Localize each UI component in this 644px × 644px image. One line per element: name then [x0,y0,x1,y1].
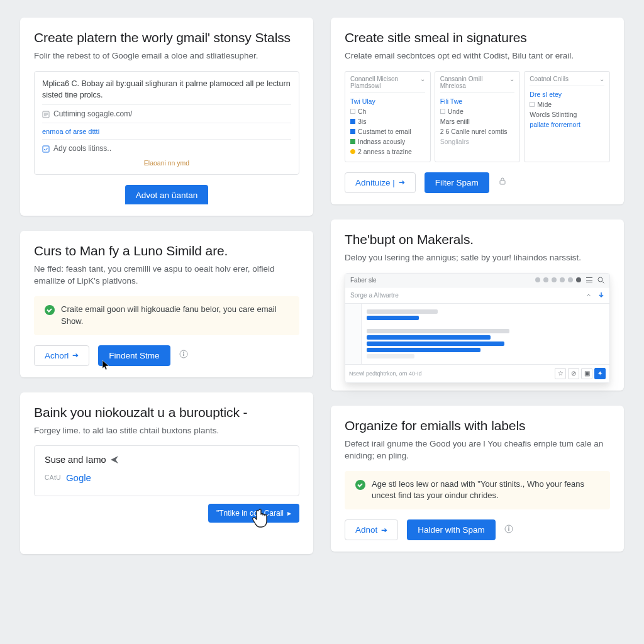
col-subhead: Dre sI etey [530,89,604,99]
col-item: Unde [448,108,464,115]
snippet-top-text: Mplica6 C. Bobay ail by:guail slighuran … [42,78,291,101]
col-item: Worcls Stlintting [530,111,577,118]
check-circle-icon [45,305,55,315]
card-title: Create sitle smeal in signatures [345,30,610,45]
chevron-down-icon: ⌄ [509,75,514,89]
chevron-up-icon[interactable] [586,292,592,298]
check-circle-icon [355,480,365,490]
col-subhead: Twi Ulay [350,96,425,106]
button-label: Adnot [355,525,377,535]
card-description: Ne ffed: feash tant, you cremilli ve asp… [34,264,299,287]
button-label: Achorl [45,351,69,360]
send-icon [110,455,119,464]
star-icon[interactable]: ☆ [555,368,566,379]
info-text: Age stl leos lew or naad with "Your stin… [372,479,601,502]
halder-spam-button[interactable]: Halder with Spam [407,519,496,540]
download-icon[interactable] [598,292,604,298]
adnituize-button[interactable]: Adnituize | ➔ [345,172,416,193]
card-description: Forgey lime. to ald lao stitle chtail bu… [34,425,299,437]
button-label: Advot an üantan [136,191,197,200]
columns-preview: Conanell Micison Plamdsowl⌄ Twi Ulay Ch … [345,71,610,162]
svg-rect-9 [508,528,509,531]
play-icon: ▸ [287,509,291,518]
snippet-link-blur: enmoa of arse dttti [42,127,99,137]
inbox-footer: Nsewl pedtqhtrkon, orn 40-Id ☆ ⊘ ▣ ✦ [345,364,609,382]
footer-status: Nsewl pedtqhtrkon, orn 40-Id [349,370,422,377]
card-title: Create platern the worly gmail' stonsy S… [34,30,299,45]
page-icon [42,111,50,118]
adnot-button[interactable]: Adnot ➔ [345,519,398,540]
svg-rect-4 [183,353,184,356]
info-icon[interactable] [504,525,513,536]
column-1[interactable]: Conanell Micison Plamdsowl⌄ Twi Ulay Ch … [345,71,431,162]
card-organize-labels: Organize for emialls with labels Defect … [331,406,624,552]
card-signatures: Create sitle smeal in signatures Crelate… [331,18,624,204]
inbox-search[interactable]: Sorge a Altwartre [345,287,609,304]
search-icon[interactable] [597,277,604,284]
info-callout: Age stl leos lew or naad with "Your stin… [345,471,610,510]
col-item: Indnass acously [358,138,405,145]
svg-point-8 [508,526,509,528]
card-title: Baink you niokouzalt u a burouptick - [34,405,299,420]
check-square-icon [42,145,50,153]
trash-icon[interactable]: ▣ [581,368,592,379]
button-label: Filter Spam [435,178,479,187]
findent-stme-button[interactable]: Findent Stme [98,345,170,366]
snippet-row-text: Ady cools litinss.. [53,143,111,154]
snippet-row-text: Cuttiming sogagle.com/ [53,109,132,119]
snippet-row[interactable]: Ady cools litinss.. [42,139,291,154]
tntike-button[interactable]: "Tntike in con Carail ▸ [208,504,299,523]
button-label: Findent Stme [109,351,159,360]
button-label: Adnituize | [355,178,395,187]
filter-spam-button[interactable]: Filter Spam [425,172,489,193]
col-item: pallate frorrernort [530,121,580,128]
col-item: Ch [358,108,366,115]
snippet-footer-link[interactable]: Elaoani nn ymd [42,158,291,168]
col-subhead: Fili Twe [440,96,515,106]
arrow-right-icon: ➔ [399,178,405,187]
col-item: Mide [537,101,552,108]
column-2[interactable]: Cansanin Omill Mhreiosa⌄ Fili Twe Unde M… [435,71,521,162]
svg-rect-5 [500,180,505,184]
card-title: The'bupt on Makerals. [345,232,610,247]
info-icon[interactable] [179,350,188,361]
card-description: Deloy you lsering the annigus; satle by … [345,252,610,264]
snippet-row: enmoa of arse dttti [42,123,291,137]
snippet-row[interactable]: Cuttiming sogagle.com/ [42,104,291,119]
from-label: CAtU [45,474,61,481]
card-description: Folir the rebest to of Google email a ol… [34,50,299,62]
col-header: Coatnol Cniils [530,75,569,82]
advot-button[interactable]: Advot an üantan [125,185,208,204]
expand-icon[interactable]: ✦ [594,368,606,379]
col-item: 3is [358,118,366,125]
chevron-down-icon: ⌄ [599,75,604,82]
svg-rect-1 [43,146,49,152]
button-label: Halder with Spam [418,525,485,535]
card-title: Organize for emialls with labels [345,418,610,433]
col-item: Songlialrs [440,138,469,145]
compose-from: CAtU Gogle [45,472,289,483]
card-makerals: The'bupt on Makerals. Deloy you lsering … [331,219,624,391]
search-placeholder: Sorge a Altwartre [350,292,399,299]
arrow-right-icon: ➔ [72,351,79,360]
menu-icon[interactable] [586,277,592,282]
info-text: Craite email goon will higkouadie fanu b… [61,304,291,328]
card-curs-man: Curs to Man fy a Luno Simild are. Ne ffe… [20,231,313,377]
info-callout: Craite email goon will higkouadie fanu b… [34,296,299,335]
column-3[interactable]: Coatnol Cniils⌄ Dre sI etey Mide Worcls … [524,71,610,162]
col-header: Conanell Micison Plamdsowl [350,75,420,89]
inbox-tab[interactable]: Faber sle [350,277,377,284]
card-title: Curs to Man fy a Luno Simild are. [34,243,299,258]
from-value: Gogle [66,472,91,483]
svg-point-3 [183,352,184,353]
inbox-main [362,304,609,364]
inbox-body [345,304,609,364]
chevron-down-icon: ⌄ [420,75,425,89]
col-item: 2 6 Canlle nurel comtis [440,128,508,135]
achorl-button[interactable]: Achorl ➔ [34,345,89,366]
col-header: Cansanin Omill Mhreiosa [440,75,510,89]
card-baink: Baink you niokouzalt u a burouptick - Fo… [20,392,313,555]
circle-slash-icon[interactable]: ⊘ [568,368,579,379]
col-item: Mars eniill [440,118,470,125]
subject-text: Suse and Iamo [45,455,106,465]
